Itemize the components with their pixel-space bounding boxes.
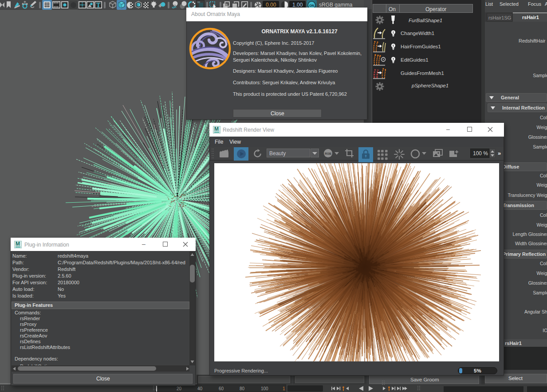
svg-text:ON: ON xyxy=(309,4,314,7)
svg-text:RGB: RGB xyxy=(325,152,331,155)
